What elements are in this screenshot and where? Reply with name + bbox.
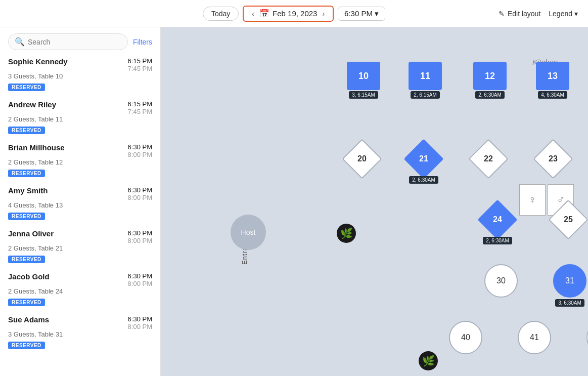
date-display[interactable]: Feb 19, 2023 <box>273 9 317 18</box>
today-button[interactable]: Today <box>203 7 239 21</box>
reservation-item[interactable]: Andrew Riley 6:15 PM 7:45 PM 2 Guests, T… <box>8 100 152 134</box>
search-input[interactable] <box>28 38 121 46</box>
header: Today ‹ 📅 Feb 19, 2023 › 6:30 PM ▾ ✎ Edi… <box>0 0 588 27</box>
header-center: Today ‹ 📅 Feb 19, 2023 › 6:30 PM ▾ <box>203 6 385 22</box>
res-details: 2 Guests, Table 11 <box>8 115 152 123</box>
table-shape: 12 <box>473 62 507 90</box>
res-times: 6:15 PM 7:45 PM <box>128 100 152 115</box>
table-label: 2, 6:30AM <box>409 176 438 184</box>
table-square[interactable]: 11 2, 6:15AM <box>409 62 442 99</box>
table-shape: 10 <box>347 62 380 90</box>
chevron-down-icon: ▾ <box>375 9 379 18</box>
plant-icon: 🌿 <box>419 351 438 370</box>
reserved-badge: RESERVED <box>8 256 45 263</box>
host-circle: Host <box>231 215 266 250</box>
plant-icon: 🌿 <box>337 224 356 243</box>
res-times: 6:30 PM 8:00 PM <box>128 143 152 158</box>
sidebar-top: 🔍 Filters <box>8 33 152 50</box>
edit-layout-button[interactable]: ✎ Edit layout <box>499 10 540 18</box>
prev-arrow[interactable]: ‹ <box>250 9 256 19</box>
table-square[interactable]: 10 3, 6:15AM <box>347 62 380 99</box>
res-details: 3 Guests, Table 10 <box>8 72 152 80</box>
legend-label: Legend <box>549 10 572 18</box>
table-diamond[interactable]: 21 2, 6:30AM <box>410 145 438 173</box>
table-square[interactable]: 12 2, 6:30AM <box>473 62 507 99</box>
sidebar: 🔍 Filters Sophie Kennedy 6:15 PM 7:45 PM… <box>0 27 161 376</box>
table-circle[interactable]: 31 3, 6:30AM <box>553 264 586 307</box>
res-details: 3 Guests, Table 31 <box>8 330 152 338</box>
table-shape: 13 <box>536 62 569 90</box>
restroom-female: ♀ <box>519 184 546 216</box>
table-square[interactable]: 13 4, 6:30AM <box>536 62 569 99</box>
res-times: 6:15 PM 7:45 PM <box>128 57 152 72</box>
table-label: 3, 6:15AM <box>349 91 378 99</box>
reservation-item[interactable]: Sue Adams 6:30 PM 8:00 PM 3 Guests, Tabl… <box>8 315 152 349</box>
table-shape: 30 <box>484 264 518 298</box>
res-details: 2 Guests, Table 12 <box>8 158 152 166</box>
res-name: Sue Adams <box>8 315 49 324</box>
table-circle[interactable]: 40 <box>449 321 482 354</box>
res-details: 2 Guests, Table 21 <box>8 244 152 252</box>
table-shape: 41 <box>518 321 551 354</box>
reserved-badge: RESERVED <box>8 342 45 349</box>
res-name: Amy Smith <box>8 186 48 195</box>
res-times: 6:30 PM 8:00 PM <box>128 272 152 287</box>
res-name: Jacob Gold <box>8 272 50 281</box>
reserved-badge: RESERVED <box>8 170 45 177</box>
date-nav: ‹ 📅 Feb 19, 2023 › <box>243 6 334 22</box>
res-name: Sophie Kennedy <box>8 57 68 66</box>
table-shape: 31 <box>553 264 586 298</box>
res-times: 6:30 PM 8:00 PM <box>128 229 152 244</box>
calendar-icon: 📅 <box>259 9 269 18</box>
table-label: 2, 6:30AM <box>475 91 505 99</box>
table-diamond[interactable]: 25 <box>554 205 582 234</box>
reservation-item[interactable]: Jenna Oliver 6:30 PM 8:00 PM 2 Guests, T… <box>8 229 152 263</box>
res-times: 6:30 PM 8:00 PM <box>128 186 152 201</box>
time-selector[interactable]: 6:30 PM ▾ <box>338 7 385 21</box>
table-label: 3, 6:30AM <box>555 299 584 307</box>
table-circle[interactable]: 30 <box>484 264 518 298</box>
res-details: 4 Guests, Table 13 <box>8 201 152 209</box>
main-content: 🔍 Filters Sophie Kennedy 6:15 PM 7:45 PM… <box>0 27 588 376</box>
search-icon: 🔍 <box>15 37 25 47</box>
table-diamond[interactable]: 20 <box>348 145 376 173</box>
reserved-badge: RESERVED <box>8 299 45 306</box>
chevron-down-icon: ▾ <box>574 10 578 18</box>
legend-button[interactable]: Legend ▾ <box>549 10 578 18</box>
reserved-badge: RESERVED <box>8 127 45 134</box>
reservation-item[interactable]: Amy Smith 6:30 PM 8:00 PM 4 Guests, Tabl… <box>8 186 152 220</box>
reserved-badge: RESERVED <box>8 213 45 220</box>
filters-button[interactable]: Filters <box>133 38 152 46</box>
pencil-icon: ✎ <box>499 10 505 18</box>
table-shape: 40 <box>449 321 482 354</box>
table-diamond[interactable]: 23 <box>539 145 567 173</box>
next-arrow[interactable]: › <box>320 9 327 19</box>
reservation-item[interactable]: Sophie Kennedy 6:15 PM 7:45 PM 3 Guests,… <box>8 57 152 91</box>
table-label: 2, 6:15AM <box>411 91 440 99</box>
table-diamond[interactable]: 22 <box>474 145 503 173</box>
time-value: 6:30 PM <box>344 9 373 18</box>
res-details: 2 Guests, Table 24 <box>8 287 152 295</box>
floor-plan: Kitchen ♀ ♂ Entrance Host 🌿🌿 10 3, 6:15A… <box>161 27 588 376</box>
search-box[interactable]: 🔍 <box>8 33 128 50</box>
res-name: Jenna Oliver <box>8 229 54 238</box>
reservation-item[interactable]: Jacob Gold 6:30 PM 8:00 PM 2 Guests, Tab… <box>8 272 152 306</box>
header-right: ✎ Edit layout Legend ▾ <box>499 10 578 18</box>
table-diamond[interactable]: 24 2, 6:30AM <box>483 205 512 234</box>
reservations-list: Sophie Kennedy 6:15 PM 7:45 PM 3 Guests,… <box>8 57 152 358</box>
res-name: Brian Millhouse <box>8 143 65 152</box>
res-name: Andrew Riley <box>8 100 56 109</box>
res-times: 6:30 PM 8:00 PM <box>128 315 152 330</box>
edit-layout-label: Edit layout <box>508 10 540 18</box>
table-circle[interactable]: 41 <box>518 321 551 354</box>
table-label: 4, 6:30AM <box>538 91 567 99</box>
reservation-item[interactable]: Brian Millhouse 6:30 PM 8:00 PM 2 Guests… <box>8 143 152 177</box>
table-shape: 11 <box>409 62 442 90</box>
table-label: 2, 6:30AM <box>483 237 512 244</box>
reserved-badge: RESERVED <box>8 83 45 91</box>
